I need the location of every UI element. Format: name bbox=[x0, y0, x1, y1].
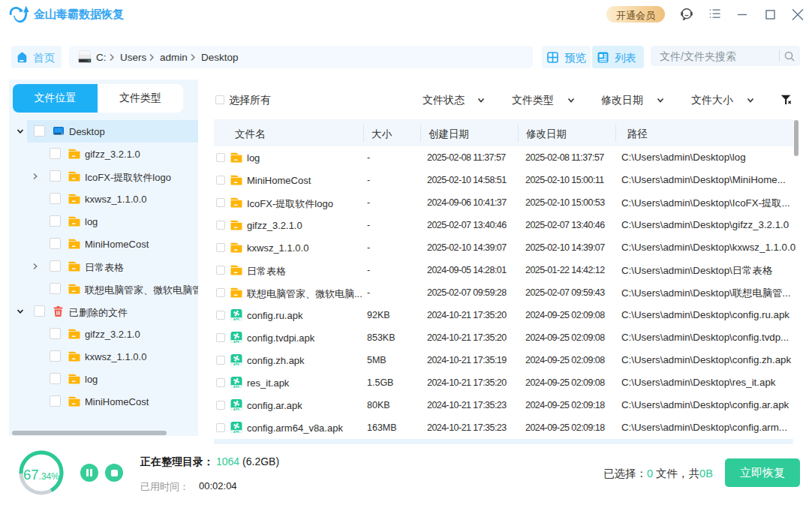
svg-text:APK: APK bbox=[233, 340, 240, 344]
svg-text:APK: APK bbox=[233, 430, 240, 434]
svg-text:APK: APK bbox=[233, 407, 240, 411]
svg-text:APK: APK bbox=[233, 317, 240, 321]
svg-text:APK: APK bbox=[233, 385, 240, 389]
svg-text:APK: APK bbox=[233, 362, 240, 366]
